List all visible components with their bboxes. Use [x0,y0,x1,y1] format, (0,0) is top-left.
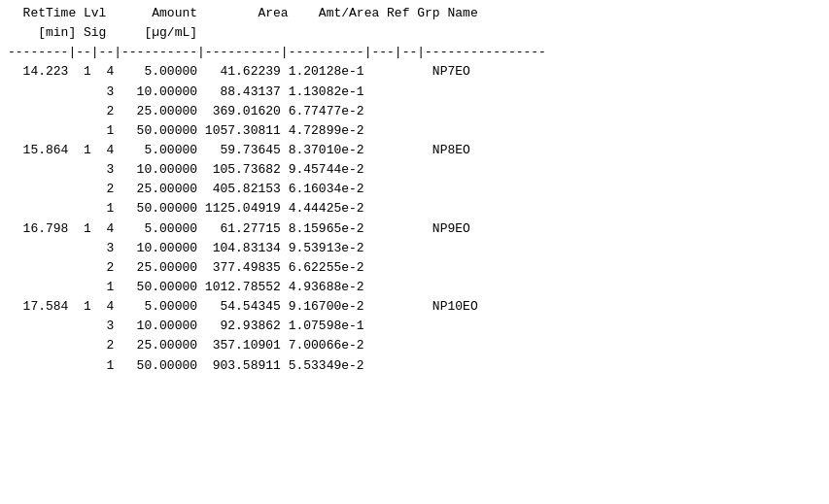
data-table: RetTime Lvl Amount Area Amt/Area Ref Grp… [8,4,821,376]
